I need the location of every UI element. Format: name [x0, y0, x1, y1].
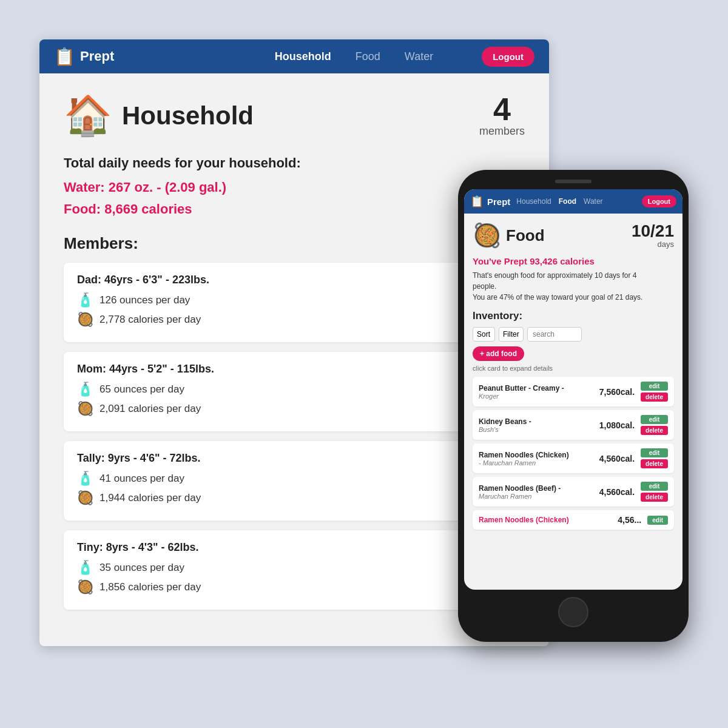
phone-food-title: Food — [506, 226, 545, 245]
food-name-1: Kidney Beans - — [479, 417, 593, 426]
food-text-2: 1,944 calories per day — [99, 492, 201, 504]
food-name-4: Ramen Noodles (Chicken) — [479, 516, 612, 524]
household-title-group: 🏠 Household — [64, 93, 254, 138]
food-brand-1: Bush's — [479, 426, 593, 433]
delete-button-0[interactable]: delete — [641, 393, 668, 402]
phone-desc: That's enough food for approximately 10 … — [473, 270, 674, 303]
household-title: Household — [122, 101, 254, 130]
food-card-1[interactable]: Kidney Beans - Bush's 1,080cal. edit del… — [473, 410, 674, 440]
phone-screen: 📋 Prept Household Food Water Logout 🥘 Fo… — [464, 189, 682, 590]
food-icon-0: 🥘 — [77, 312, 93, 328]
member-name-0: Dad: 46yrs - 6'3" - 223lbs. — [77, 274, 511, 286]
food-card-left-2: Ramen Noodles (Chicken) - Maruchan Ramen — [479, 451, 593, 467]
phone-logout-button[interactable]: Logout — [642, 195, 676, 207]
phone-food-title-group: 🥘 Food — [473, 222, 545, 249]
food-actions-2: edit delete — [641, 448, 668, 468]
nav-links: Household Food Water Logout — [275, 47, 534, 67]
member-card[interactable]: Tally: 9yrs - 4'6" - 72lbs. 🧴 41 ounces … — [64, 441, 525, 521]
food-cal-0: 7,560cal. — [599, 387, 635, 397]
member-name-2: Tally: 9yrs - 4'6" - 72lbs. — [77, 452, 511, 465]
phone-notch — [555, 180, 592, 183]
desktop-navbar: 📋 Prept Household Food Water Logout — [39, 39, 549, 73]
delete-button-3[interactable]: delete — [641, 493, 668, 502]
food-card-0[interactable]: Peanut Butter - Creamy - Kroger 7,560cal… — [473, 377, 674, 406]
edit-button-1[interactable]: edit — [641, 415, 668, 424]
food-brand-3: Maruchan Ramen — [479, 493, 593, 500]
delete-button-1[interactable]: delete — [641, 426, 668, 435]
phone-nav-household[interactable]: Household — [516, 197, 551, 206]
phone-food-header: 🥘 Food 10/21 days — [473, 222, 674, 249]
phone-nav-water[interactable]: Water — [584, 197, 603, 206]
food-actions-0: edit delete — [641, 382, 668, 402]
phone-days-label: days — [632, 240, 674, 249]
phone-navbar: 📋 Prept Household Food Water Logout — [464, 189, 682, 214]
edit-button-0[interactable]: edit — [641, 382, 668, 391]
member-name-1: Mom: 44yrs - 5'2" - 115lbs. — [77, 363, 511, 376]
members-section-title: Members: — [64, 234, 525, 253]
water-text-0: 126 ounces per day — [99, 294, 190, 306]
food-actions-1: edit delete — [641, 415, 668, 435]
food-text-3: 1,856 calories per day — [99, 581, 201, 593]
nav-household[interactable]: Household — [275, 50, 331, 63]
member-card[interactable]: Mom: 44yrs - 5'2" - 115lbs. 🧴 65 ounces … — [64, 352, 525, 431]
food-icon-1: 🥘 — [77, 401, 93, 417]
click-card-hint: click card to expand details — [473, 365, 674, 372]
phone-nav-food[interactable]: Food — [559, 197, 576, 206]
daily-needs-title: Total daily needs for your household: — [64, 155, 525, 171]
food-card-left-3: Ramen Noodles (Beef) - Maruchan Ramen — [479, 484, 593, 500]
water-need: Water: 267 oz. - (2.09 gal.) — [64, 180, 525, 195]
logout-button[interactable]: Logout — [482, 47, 534, 67]
member-food-1: 🥘 2,091 calories per day — [77, 401, 511, 417]
food-card-3[interactable]: Ramen Noodles (Beef) - Maruchan Ramen 4,… — [473, 477, 674, 507]
member-water-1: 🧴 65 ounces per day — [77, 382, 511, 397]
phone-frame: 📋 Prept Household Food Water Logout 🥘 Fo… — [458, 170, 689, 642]
add-food-button[interactable]: + add food — [473, 346, 524, 361]
phone-content: 🥘 Food 10/21 days You've Prept 93,426 ca… — [464, 214, 682, 542]
member-food-3: 🥘 1,856 calories per day — [77, 579, 511, 595]
edit-button-4[interactable]: edit — [647, 516, 668, 525]
food-actions-3: edit delete — [641, 482, 668, 502]
member-water-3: 🧴 35 ounces per day — [77, 560, 511, 576]
member-name-3: Tiny: 8yrs - 4'3" - 62lbs. — [77, 541, 511, 554]
member-food-2: 🥘 1,944 calories per day — [77, 490, 511, 506]
food-text-1: 2,091 calories per day — [99, 403, 201, 415]
members-count: 4 members — [479, 93, 525, 138]
phone-wrapper: 📋 Prept Household Food Water Logout 🥘 Fo… — [458, 170, 689, 642]
food-brand-0: Kroger — [479, 393, 593, 400]
food-card-left-1: Kidney Beans - Bush's — [479, 417, 593, 433]
filter-select[interactable]: Filter — [499, 327, 524, 342]
water-text-3: 35 ounces per day — [99, 562, 184, 574]
water-text-1: 65 ounces per day — [99, 383, 184, 396]
food-card-4[interactable]: Ramen Noodles (Chicken) 4,56... edit — [473, 510, 674, 530]
nav-water[interactable]: Water — [405, 50, 433, 63]
member-water-2: 🧴 41 ounces per day — [77, 471, 511, 487]
food-card-2[interactable]: Ramen Noodles (Chicken) - Maruchan Ramen… — [473, 443, 674, 473]
member-food-0: 🥘 2,778 calories per day — [77, 312, 511, 328]
food-card-left-0: Peanut Butter - Creamy - Kroger — [479, 384, 593, 400]
nav-logo: 📋 Prept — [54, 47, 114, 67]
food-brand-2: - Maruchan Ramen — [479, 459, 593, 467]
phone-prept-cal: You've Prept 93,426 calories — [473, 256, 674, 266]
household-icon: 🏠 — [64, 93, 112, 138]
edit-button-2[interactable]: edit — [641, 448, 668, 457]
phone-inventory-title: Inventory: — [473, 310, 674, 322]
phone-days-num: 10/21 — [632, 223, 674, 240]
logo-text: Prept — [80, 49, 114, 64]
food-icon-2: 🥘 — [77, 490, 93, 506]
phone-home-button[interactable] — [558, 597, 588, 627]
member-card[interactable]: Tiny: 8yrs - 4'3" - 62lbs. 🧴 35 ounces p… — [64, 530, 525, 610]
edit-button-3[interactable]: edit — [641, 482, 668, 491]
member-card[interactable]: Dad: 46yrs - 6'3" - 223lbs. 🧴 126 ounces… — [64, 263, 525, 342]
food-cal-2: 4,560cal. — [599, 454, 635, 463]
nav-food[interactable]: Food — [356, 50, 380, 63]
search-input[interactable] — [527, 327, 582, 342]
phone-logo-text: Prept — [487, 197, 510, 207]
food-cal-3: 4,560cal. — [599, 487, 635, 497]
food-name-2: Ramen Noodles (Chicken) — [479, 451, 593, 459]
members-number: 4 — [479, 93, 525, 125]
sort-select[interactable]: Sort — [473, 327, 495, 342]
phone-days-count: 10/21 days — [632, 223, 674, 249]
member-water-0: 🧴 126 ounces per day — [77, 292, 511, 308]
food-name-3: Ramen Noodles (Beef) - — [479, 484, 593, 493]
delete-button-2[interactable]: delete — [641, 459, 668, 468]
